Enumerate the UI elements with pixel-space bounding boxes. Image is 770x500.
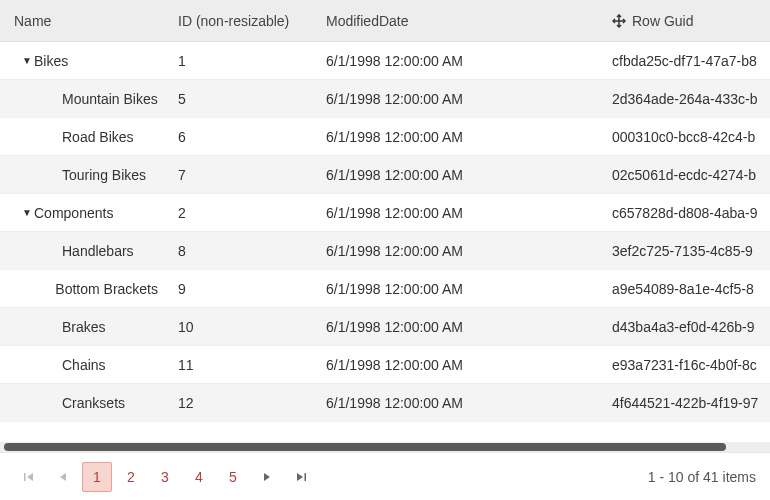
column-header-row: Name ID (non-resizable) ModifiedDate Row… [0, 0, 770, 42]
cell-modified-date: 6/1/1998 12:00:00 AM [316, 395, 602, 411]
scrollbar-thumb[interactable] [4, 443, 726, 451]
column-label: Name [14, 13, 51, 29]
cell-modified-date: 6/1/1998 12:00:00 AM [316, 243, 602, 259]
table-row[interactable]: Road Bikes66/1/1998 12:00:00 AM000310c0-… [0, 118, 770, 156]
column-label: ModifiedDate [326, 13, 409, 29]
column-header-name[interactable]: Name [0, 13, 168, 29]
cell-modified-date: 6/1/1998 12:00:00 AM [316, 167, 602, 183]
column-header-guid[interactable]: Row Guid [602, 13, 770, 29]
cell-modified-date: 6/1/1998 12:00:00 AM [316, 205, 602, 221]
cell-id: 9 [168, 281, 316, 297]
name-text: Mountain Bikes [62, 91, 158, 107]
pager-last-button[interactable] [286, 462, 316, 492]
cell-modified-date: 6/1/1998 12:00:00 AM [316, 91, 602, 107]
cell-name: ▼Bikes [0, 53, 168, 69]
name-text: Chains [62, 357, 106, 373]
column-label: Row Guid [632, 13, 693, 29]
page-number-button[interactable]: 3 [150, 462, 180, 492]
cell-row-guid: 02c5061d-ecdc-4274-b [602, 167, 770, 183]
cell-name: Touring Bikes [0, 167, 168, 183]
table-row[interactable]: ▼Bikes16/1/1998 12:00:00 AMcfbda25c-df71… [0, 42, 770, 80]
collapse-icon[interactable]: ▼ [22, 55, 32, 66]
horizontal-scrollbar[interactable] [0, 442, 770, 452]
table-row[interactable]: Bottom Brackets96/1/1998 12:00:00 AMa9e5… [0, 270, 770, 308]
name-text: Brakes [62, 319, 106, 335]
svg-rect-7 [305, 473, 307, 481]
column-header-id[interactable]: ID (non-resizable) [168, 13, 316, 29]
cell-id: 11 [168, 357, 316, 373]
column-header-modified[interactable]: ModifiedDate [316, 13, 602, 29]
table-row[interactable]: Chains116/1/1998 12:00:00 AMe93a7231-f16… [0, 346, 770, 384]
pager-prev-button[interactable] [48, 462, 78, 492]
cell-row-guid: 2d364ade-264a-433c-b [602, 91, 770, 107]
cell-name: Chains [0, 357, 168, 373]
name-text: Road Bikes [62, 129, 134, 145]
name-text: Cranksets [62, 395, 125, 411]
pager-first-button[interactable] [14, 462, 44, 492]
cell-name: Mountain Bikes [0, 91, 168, 107]
name-text: Touring Bikes [62, 167, 146, 183]
tree-grid: Name ID (non-resizable) ModifiedDate Row… [0, 0, 770, 500]
svg-marker-5 [264, 473, 270, 481]
cell-modified-date: 6/1/1998 12:00:00 AM [316, 53, 602, 69]
cell-name: Brakes [0, 319, 168, 335]
page-number-button[interactable]: 4 [184, 462, 214, 492]
cell-id: 8 [168, 243, 316, 259]
cell-modified-date: 6/1/1998 12:00:00 AM [316, 129, 602, 145]
cell-id: 7 [168, 167, 316, 183]
cell-row-guid: d43ba4a3-ef0d-426b-9 [602, 319, 770, 335]
cell-modified-date: 6/1/1998 12:00:00 AM [316, 281, 602, 297]
cell-name: Handlebars [0, 243, 168, 259]
page-number-button[interactable]: 2 [116, 462, 146, 492]
name-text: Components [34, 205, 113, 221]
collapse-icon[interactable]: ▼ [22, 207, 32, 218]
cell-id: 1 [168, 53, 316, 69]
table-row[interactable]: Handlebars86/1/1998 12:00:00 AM3ef2c725-… [0, 232, 770, 270]
cell-modified-date: 6/1/1998 12:00:00 AM [316, 357, 602, 373]
cell-id: 10 [168, 319, 316, 335]
cell-row-guid: a9e54089-8a1e-4cf5-8 [602, 281, 770, 297]
table-row[interactable]: Cranksets126/1/1998 12:00:00 AM4f644521-… [0, 384, 770, 422]
page-number-button[interactable]: 5 [218, 462, 248, 492]
cell-row-guid: 4f644521-422b-4f19-97 [602, 395, 770, 411]
svg-marker-4 [60, 473, 66, 481]
page-number-button[interactable]: 1 [82, 462, 112, 492]
cell-row-guid: cfbda25c-df71-47a7-b8 [602, 53, 770, 69]
table-row[interactable]: Mountain Bikes56/1/1998 12:00:00 AM2d364… [0, 80, 770, 118]
svg-marker-3 [27, 473, 33, 481]
cell-id: 2 [168, 205, 316, 221]
cell-name: Road Bikes [0, 129, 168, 145]
name-text: Bikes [34, 53, 68, 69]
cell-row-guid: e93a7231-f16c-4b0f-8c [602, 357, 770, 373]
cell-row-guid: 000310c0-bcc8-42c4-b [602, 129, 770, 145]
cell-id: 5 [168, 91, 316, 107]
pager: 12345 1 - 10 of 41 items [0, 452, 770, 500]
pager-next-button[interactable] [252, 462, 282, 492]
cell-modified-date: 6/1/1998 12:00:00 AM [316, 319, 602, 335]
pager-controls: 12345 [14, 462, 316, 492]
svg-marker-6 [297, 473, 303, 481]
cell-name: Cranksets [0, 395, 168, 411]
table-row[interactable]: ▼Components26/1/1998 12:00:00 AMc657828d… [0, 194, 770, 232]
cell-name: ▼Components [0, 205, 168, 221]
page-numbers: 12345 [82, 462, 248, 492]
cell-name: Bottom Brackets [0, 281, 168, 297]
cell-row-guid: c657828d-d808-4aba-9 [602, 205, 770, 221]
pager-info: 1 - 10 of 41 items [648, 469, 756, 485]
table-row[interactable]: Touring Bikes76/1/1998 12:00:00 AM02c506… [0, 156, 770, 194]
name-text: Handlebars [62, 243, 134, 259]
cell-id: 12 [168, 395, 316, 411]
move-column-icon[interactable] [612, 14, 626, 28]
grid-body: ▼Bikes16/1/1998 12:00:00 AMcfbda25c-df71… [0, 42, 770, 442]
name-text: Bottom Brackets [55, 281, 158, 297]
cell-id: 6 [168, 129, 316, 145]
svg-rect-2 [24, 473, 26, 481]
column-label: ID (non-resizable) [178, 13, 289, 29]
cell-row-guid: 3ef2c725-7135-4c85-9 [602, 243, 770, 259]
table-row[interactable]: Brakes106/1/1998 12:00:00 AMd43ba4a3-ef0… [0, 308, 770, 346]
